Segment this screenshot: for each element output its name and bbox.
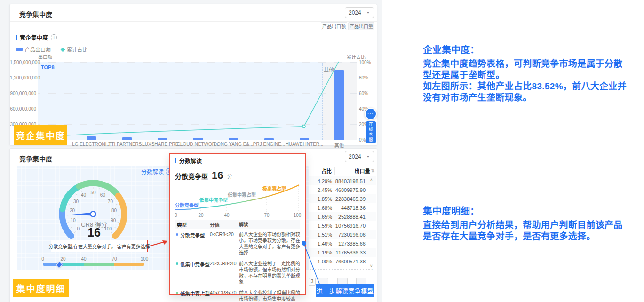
panel-competition-concentration-trend: 竞争集中度 2024 ▼ 产品出口额 产品出口量 竞企集中度 i 产品出口额 累…	[9, 4, 377, 146]
column-share[interactable]: 占比	[309, 167, 335, 175]
right-axis-title: 累计占比	[347, 53, 366, 60]
table-row[interactable]: 1.00%76600571.38	[309, 257, 376, 266]
curve-x-ticks: 0204070100	[175, 213, 300, 219]
year-selector-value: 2024	[349, 9, 361, 16]
right-tick: 80%	[359, 75, 368, 80]
panel-title: 竞争集中度	[19, 9, 52, 19]
popup-accent-bar	[175, 158, 176, 163]
table-row[interactable]: 2.45%46809975.90	[309, 185, 376, 194]
legend-item-line[interactable]: 累计占比	[61, 46, 87, 53]
curve-tick-label: 70	[264, 213, 269, 218]
slider-tick-label: 0	[41, 256, 44, 262]
analysis-result-box: 分散竞争型,存在大量竞争对手， 客户有更多选择	[51, 240, 148, 252]
gridline	[38, 62, 357, 63]
popup-title: 分数解读	[179, 157, 202, 165]
curve-tick-label: 20	[198, 213, 203, 218]
horizontal-scrollbar[interactable]	[310, 269, 370, 270]
divider	[10, 21, 377, 22]
x-axis-label: HUAWEI INTER...	[286, 142, 324, 147]
sort-icon[interactable]: ⇅	[371, 168, 374, 173]
table-row[interactable]: 1.51%7230196.06	[309, 230, 376, 239]
top8-zone	[38, 62, 322, 140]
left-tick: 1,200,000,000	[10, 75, 36, 80]
export-volume-value: 11765336.33	[335, 250, 376, 255]
bar-swatch	[16, 48, 23, 51]
x-axis-label: TTI PARTNERS...	[108, 142, 146, 147]
right-tick: 0%	[359, 137, 366, 143]
bar-mark	[193, 138, 203, 140]
left-tick: 1,500,000,000	[10, 60, 36, 65]
table-row[interactable]: 1.68%448718.36	[309, 203, 376, 212]
bar-mark	[264, 138, 274, 140]
range-cell: 20<CR8<40	[210, 261, 239, 285]
chart-legend: 产品出口额 累计占比	[16, 46, 87, 53]
x-axis-label: 其他	[334, 142, 344, 149]
bar-mark	[87, 136, 96, 140]
pagination-page-3[interactable]: 3	[309, 278, 316, 286]
type-dot	[176, 262, 178, 265]
share-value: 2.45%	[309, 187, 335, 193]
share-value: 4.29%	[309, 178, 335, 184]
toggle-export-volume[interactable]: 产品出口量	[348, 22, 374, 30]
interpret-competition-model-button[interactable]: 进一步解读竞争模型	[316, 284, 374, 297]
table-row[interactable]: 1.19%11765336.33	[309, 248, 376, 257]
export-volume-value: 1273385.66	[335, 241, 376, 246]
scroll-up-icon[interactable]: ∧	[370, 177, 373, 182]
year-selector[interactable]: 2024 ▼	[345, 151, 374, 162]
table-row[interactable]: 1.59%10756916.70	[309, 221, 376, 230]
share-value: 1.00%	[309, 259, 335, 264]
desc-cell: 前八大企业的市场份额相对较小，市场竞争较为分散，存在大量的竞争对手，客户有更多选…	[239, 231, 300, 256]
left-axis-title: 出口额	[38, 53, 52, 60]
slider-segment	[84, 263, 114, 266]
score-value: 16	[212, 170, 223, 181]
annotation-line: 竞企集中度趋势表格，可判断竞争市场是属于分散	[423, 58, 627, 70]
column-export-volume[interactable]: 出口量 ⇅	[335, 167, 376, 175]
gridline	[38, 93, 357, 94]
section-header: 竞企集中度 i	[16, 33, 57, 41]
slider-tick-label: 100	[141, 256, 149, 262]
score-interpretation-link[interactable]: 分数解读 i	[141, 167, 172, 175]
slider-tick-label: 20	[60, 256, 65, 262]
bar-mark	[158, 138, 167, 140]
slider-tick-label: 40	[81, 256, 86, 262]
popup-score-row: 分散竞争型 16 分	[175, 170, 300, 181]
export-volume-value: 46809975.90	[335, 187, 376, 193]
curve-label-4: 极高寡占型	[262, 185, 286, 192]
online-service-widget[interactable]: 在线客服	[366, 121, 376, 143]
table-row[interactable]: 1.46%1273385.66	[309, 239, 376, 248]
range-cell: 0<CR8<20	[210, 231, 239, 256]
share-value: 1.51%	[309, 232, 335, 238]
type-dot	[176, 233, 178, 236]
type-cell: 分散竞争型	[175, 231, 210, 256]
share-value: 1.65%	[309, 214, 335, 220]
x-axis-label: LG ELECTRONI...	[72, 142, 111, 147]
year-selector[interactable]: 2024 ▼	[345, 7, 374, 18]
annotation-line: 型还是属于垄断型。	[423, 70, 627, 81]
export-volume-value: 2528888.41	[335, 214, 376, 220]
type-dot	[176, 292, 178, 294]
others-zone-label: 其他	[324, 66, 334, 73]
interpretation-row: 低集中竞争型20<CR8<40前八大企业控制了一定比例的市场份额，但市场仍然相对…	[175, 258, 300, 287]
share-value: 1.19%	[309, 250, 335, 255]
right-tick: 100%	[359, 60, 371, 65]
table-row[interactable]: 1.65%2528888.41	[309, 212, 376, 221]
slider-segment	[114, 263, 144, 266]
scroll-right-icon[interactable]: ›	[371, 267, 373, 272]
bar-mark	[334, 70, 344, 140]
info-icon[interactable]: i	[51, 34, 57, 40]
table-row[interactable]: 4.29%88403198.51	[309, 176, 376, 185]
annotation-heading: 集中度明细：	[423, 204, 623, 217]
annotation-concentration-detail: 集中度明细： 直接给到用户分析结果，帮助用户判断目前该产品是否存在大量竞争对手，…	[423, 204, 623, 242]
gridline	[38, 140, 357, 140]
toggle-export-amount[interactable]: 产品出口额	[321, 22, 347, 30]
annotation-heading: 企业集中度：	[423, 42, 627, 56]
share-value: 1.68%	[309, 205, 335, 211]
x-axis-label: PRJ ENGINE...	[253, 142, 285, 147]
chat-icon[interactable]: ···	[365, 108, 377, 120]
legend-item-bar[interactable]: 产品出口额	[16, 46, 51, 53]
export-volume-value: 22838465.39	[335, 196, 376, 202]
table-row[interactable]: 1.85%22838465.39	[309, 194, 376, 203]
gridline	[38, 124, 357, 125]
section-title: 竞企集中度	[20, 33, 48, 41]
score-interpretation-popup: 分数解读 分散竞争型 16 分 分散竞争型 低集中竞争型 低集中寡占型 极高寡占…	[169, 153, 306, 295]
